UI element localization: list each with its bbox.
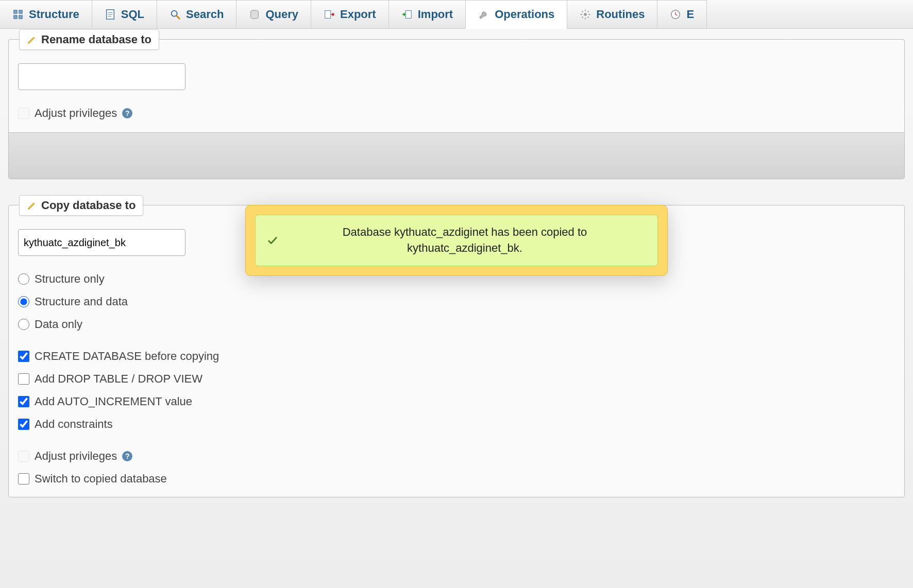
copy-legend-text: Copy database to xyxy=(41,199,136,212)
rename-adjust-privileges-checkbox xyxy=(18,108,29,119)
svg-rect-1 xyxy=(19,10,22,13)
tab-label: Routines xyxy=(596,8,645,21)
tab-export[interactable]: Export xyxy=(311,0,389,28)
tab-label: Search xyxy=(186,8,224,21)
tab-events[interactable]: E xyxy=(657,0,707,28)
tab-sql[interactable]: SQL xyxy=(92,0,157,28)
pencil-icon xyxy=(27,200,37,211)
help-icon[interactable]: ? xyxy=(122,451,132,461)
search-icon xyxy=(170,9,181,20)
checkbox-label: Add DROP TABLE / DROP VIEW xyxy=(35,372,202,386)
gear-icon xyxy=(580,9,591,20)
svg-rect-12 xyxy=(405,11,411,19)
success-notification: Database kythuatc_azdiginet has been cop… xyxy=(245,205,668,276)
tab-bar: Structure SQL Search Query Export Import… xyxy=(0,0,913,29)
clock-icon xyxy=(670,9,681,20)
rename-legend: Rename database to xyxy=(19,29,159,50)
tab-label: Query xyxy=(265,8,298,21)
structure-icon xyxy=(12,9,24,20)
svg-rect-11 xyxy=(325,11,331,19)
notification-inner: Database kythuatc_azdiginet has been cop… xyxy=(255,215,658,266)
export-icon xyxy=(324,9,335,20)
checkmark-icon xyxy=(267,235,278,246)
radio-data-only[interactable] xyxy=(18,319,29,330)
checkbox-label: CREATE DATABASE before copying xyxy=(35,350,219,363)
notification-text: Database kythuatc_azdiginet has been cop… xyxy=(283,224,646,256)
tab-label: E xyxy=(686,8,694,21)
wrench-icon xyxy=(478,9,489,20)
svg-rect-2 xyxy=(14,15,17,19)
checkbox-label: Add AUTO_INCREMENT value xyxy=(35,395,192,408)
checkbox-switch[interactable] xyxy=(18,473,29,485)
rename-database-section: Rename database to Adjust privileges ? xyxy=(8,39,905,179)
checkbox-label: Switch to copied database xyxy=(35,472,167,486)
checkbox-adjust-privileges xyxy=(18,451,29,462)
tab-structure[interactable]: Structure xyxy=(0,0,92,28)
import-icon xyxy=(401,9,413,20)
rename-legend-text: Rename database to xyxy=(41,33,151,46)
copy-input[interactable] xyxy=(18,229,185,256)
query-icon xyxy=(249,9,260,20)
tab-label: Structure xyxy=(29,8,79,21)
tab-label: SQL xyxy=(121,8,144,21)
checkbox-label: Add constraints xyxy=(35,418,113,431)
checkbox-drop[interactable] xyxy=(18,373,29,385)
help-icon[interactable]: ? xyxy=(122,108,132,118)
tab-label: Export xyxy=(340,8,376,21)
tab-label: Import xyxy=(418,8,453,21)
tab-operations[interactable]: Operations xyxy=(466,0,567,29)
checkbox-autoinc[interactable] xyxy=(18,396,29,407)
tab-query[interactable]: Query xyxy=(236,0,311,28)
sql-icon xyxy=(105,9,116,20)
radio-label: Data only xyxy=(35,318,82,331)
tab-import[interactable]: Import xyxy=(389,0,466,28)
svg-line-9 xyxy=(177,16,180,19)
tab-search[interactable]: Search xyxy=(157,0,236,28)
adjust-privileges-label: Adjust privileges xyxy=(35,107,117,120)
radio-label: Structure only xyxy=(35,272,105,286)
tab-routines[interactable]: Routines xyxy=(567,0,657,28)
checkbox-constraints[interactable] xyxy=(18,419,29,430)
svg-rect-0 xyxy=(14,10,17,13)
radio-structure-and-data[interactable] xyxy=(18,296,29,307)
radio-structure-only[interactable] xyxy=(18,273,29,285)
tab-label: Operations xyxy=(495,8,554,21)
checkbox-label: Adjust privileges xyxy=(35,449,117,463)
checkbox-create-db[interactable] xyxy=(18,351,29,362)
pencil-icon xyxy=(27,34,37,45)
rename-input[interactable] xyxy=(18,63,185,90)
svg-rect-3 xyxy=(19,15,22,19)
radio-label: Structure and data xyxy=(35,295,128,308)
svg-point-13 xyxy=(584,13,587,16)
go-bar xyxy=(9,132,904,179)
copy-legend: Copy database to xyxy=(19,195,143,216)
